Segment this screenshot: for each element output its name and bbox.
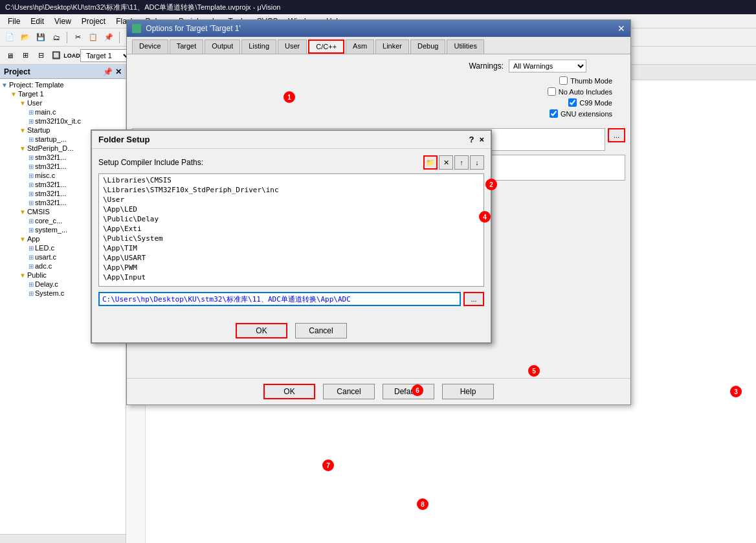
folder-list-item-9[interactable]: \App\PWM (100, 263, 482, 272)
options-footer: OK Cancel Defaults Help (127, 378, 630, 404)
gnu-extensions-label: GNU extensions (561, 110, 612, 118)
folder-path-input[interactable] (98, 292, 461, 306)
badge-6: 6 (412, 384, 423, 396)
title-text: C:\Users\hp\Desktop\KU\stm32\标准库\11、ADC单… (5, 3, 280, 12)
folder-list-item-3[interactable]: \App\LED (100, 205, 482, 214)
tree-label: Delay.c (35, 280, 58, 288)
menu-view[interactable]: View (49, 16, 76, 27)
folder-down-btn[interactable]: ↓ (470, 155, 484, 170)
tree-label: misc.c (35, 172, 55, 179)
folder-paths-list[interactable]: \Libraries\CMSIS\Libraries\STM32F10x_Std… (98, 173, 484, 287)
tab-user[interactable]: User (278, 39, 307, 54)
tree-expand-icon: ⊞ (28, 263, 34, 270)
close-panel-icon[interactable]: ✕ (115, 67, 122, 76)
gnu-extensions-checkbox[interactable] (550, 109, 558, 118)
tree-expand-icon: ⊞ (28, 199, 34, 206)
new-btn[interactable]: 📄 (3, 30, 17, 45)
folder-up-btn[interactable]: ↑ (454, 155, 469, 170)
tree-expand-icon: ⊞ (28, 254, 34, 261)
no-auto-includes-checkbox[interactable] (548, 87, 556, 96)
tree-item-3[interactable]: ⊞main.c (1, 107, 124, 116)
tree-label: stm32f1... (35, 153, 66, 161)
load-btn[interactable]: LOAD (65, 49, 79, 63)
folder-list-item-6[interactable]: \Public\System (100, 234, 482, 243)
c99-mode-checkbox[interactable] (568, 98, 577, 107)
folder-list-item-0[interactable]: \Libraries\CMSIS (100, 175, 482, 185)
folder-ok-btn[interactable]: OK (236, 323, 287, 338)
folder-question-btn[interactable]: ? (469, 135, 474, 144)
tab-device[interactable]: Device (132, 39, 168, 54)
warnings-select[interactable]: All Warnings (509, 60, 586, 72)
menu-file[interactable]: File (3, 16, 25, 27)
tab-debug[interactable]: Debug (410, 39, 445, 54)
options-close-btn[interactable]: ✕ (617, 23, 625, 34)
tree-label: adc.c (35, 262, 52, 270)
grid-btn[interactable]: ⊞ (18, 49, 32, 63)
grid2-btn[interactable]: ⊟ (34, 49, 48, 63)
tab-cpp[interactable]: C/C++ (308, 39, 344, 54)
folder-title-text: Folder Setup (98, 135, 150, 144)
folder-list-item-2[interactable]: \User (100, 195, 482, 205)
folder-list-item-1[interactable]: \Libraries\STM32F10x_StdPeriph_Driver\in… (100, 185, 482, 195)
folder-new-btn[interactable]: 📁 (423, 155, 438, 170)
tree-label: CMSIS (27, 208, 50, 216)
tree-label: StdPeriph_D... (27, 144, 74, 152)
options-cancel-btn[interactable]: Cancel (323, 384, 375, 399)
tab-utilities[interactable]: Utilities (447, 39, 484, 54)
tab-asm[interactable]: Asm (346, 39, 374, 54)
folder-delete-btn[interactable]: ✕ (439, 155, 453, 170)
tree-expand-icon: ⊞ (28, 245, 34, 252)
thumb-mode-checkbox[interactable] (559, 76, 568, 85)
folder-close-btn[interactable]: × (479, 135, 484, 144)
badge-2: 2 (485, 179, 497, 190)
folder-dialog: Folder Setup ? × Setup Compiler Include … (91, 129, 492, 344)
folder-list-item-8[interactable]: \App\USART (100, 253, 482, 263)
options-defaults-btn[interactable]: Defaults (383, 384, 434, 399)
tree-item-2[interactable]: ▼User (1, 98, 124, 107)
menu-project[interactable]: Project (76, 16, 111, 27)
tree-expand-icon: ⊞ (28, 190, 34, 197)
tree-item-0[interactable]: ▼Project: Template (1, 80, 124, 89)
tree-scrollbar[interactable] (0, 534, 126, 543)
options-help-btn[interactable]: Help (442, 384, 494, 399)
tree-item-1[interactable]: ▼Target 1 (1, 89, 124, 98)
tree-expand-icon: ⊞ (28, 290, 34, 297)
thumb-mode-label: Thumb Mode (570, 77, 612, 85)
tree-expand-icon: ⊞ (28, 172, 34, 179)
cut-btn[interactable]: ✂ (71, 30, 85, 45)
tree-label: Public (27, 271, 47, 279)
open-btn[interactable]: 📂 (18, 30, 32, 45)
folder-list-item-7[interactable]: \App\TIM (100, 243, 482, 253)
folder-setup-label: Setup Compiler Include Paths: 📁 ✕ ↑ ↓ (98, 155, 484, 170)
folder-browse-btn[interactable]: ... (463, 292, 484, 306)
options-dialog-title: Options for Target 'Target 1' ✕ (127, 20, 630, 37)
chip-btn[interactable]: 🔲 (49, 49, 63, 63)
tree-expand-icon: ▼ (19, 272, 26, 279)
copy-btn[interactable]: 📋 (86, 30, 100, 45)
target-icon[interactable]: 🖥 (3, 49, 17, 63)
tab-output[interactable]: Output (205, 39, 240, 54)
tree-label: stm32f10x_it.c (35, 117, 81, 125)
options-ok-btn[interactable]: OK (263, 384, 315, 399)
project-panel-header: Project 📌 ✕ (0, 65, 126, 79)
tree-label: Target 1 (18, 90, 44, 98)
tree-item-4[interactable]: ⊞stm32f10x_it.c (1, 116, 124, 126)
gnu-extensions-row: GNU extensions (550, 109, 612, 118)
pin-icon[interactable]: 📌 (103, 67, 113, 76)
folder-list-item-4[interactable]: \Public\Delay (100, 214, 482, 224)
tab-linker[interactable]: Linker (375, 39, 409, 54)
tab-target[interactable]: Target (170, 39, 204, 54)
folder-cancel-btn[interactable]: Cancel (295, 323, 347, 338)
tree-label: App (27, 235, 40, 243)
folder-list-item-5[interactable]: \App\Exti (100, 224, 482, 234)
save-btn[interactable]: 💾 (34, 30, 48, 45)
folder-list-item-10[interactable]: \App\Input (100, 272, 482, 282)
tab-listing[interactable]: Listing (241, 39, 276, 54)
paste-btn[interactable]: 📌 (102, 30, 116, 45)
target-select[interactable]: Target 1 (80, 49, 132, 62)
menu-edit[interactable]: Edit (25, 16, 49, 27)
tree-label: main.c (35, 108, 56, 116)
paths-browse-btn[interactable]: ... (608, 128, 625, 142)
save-all-btn[interactable]: 🗂 (49, 30, 63, 45)
no-auto-includes-row: No Auto Includes (548, 87, 612, 96)
